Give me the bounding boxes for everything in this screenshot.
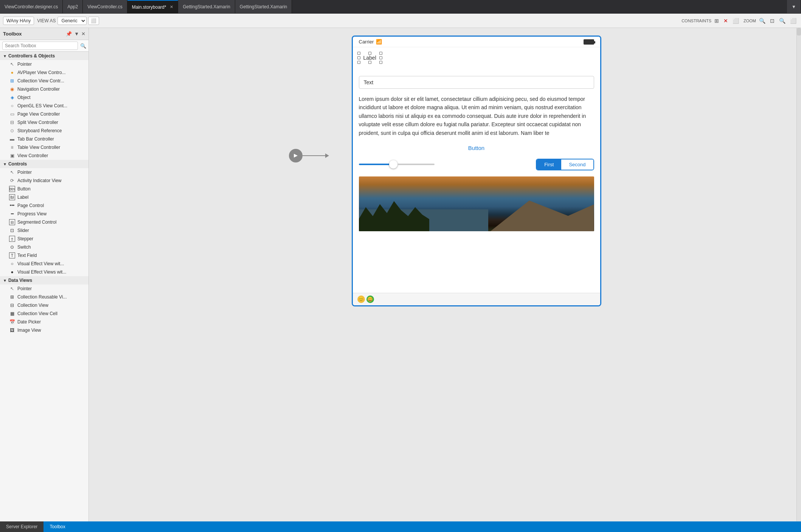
toolbox-item-date-picker[interactable]: 📅 Date Picker: [0, 318, 88, 326]
toolbox-item-label[interactable]: lbl Label: [0, 193, 88, 201]
size-button[interactable]: WAny HAny: [3, 17, 34, 25]
toolbox-item-pointer1[interactable]: ↖ Pointer: [0, 60, 88, 68]
toolbox-item-activity-indicator[interactable]: ⟳ Activity Indicator View: [0, 176, 88, 185]
slider-track-left: [359, 164, 389, 165]
zoom-fit-button[interactable]: ⬜: [789, 17, 798, 25]
scrollbar-thumb-top[interactable]: [797, 28, 801, 36]
tab-label: Main.storyboard*: [132, 5, 166, 10]
storyboard-ref-icon: ⊙: [9, 128, 15, 134]
avplayer-icon: ●: [9, 70, 15, 76]
item-label: Text Field: [17, 253, 37, 258]
item-label: Pointer: [17, 286, 32, 291]
tab-viewcontroller-designer[interactable]: ViewController.designer.cs: [0, 0, 63, 13]
toolbox-item-switch[interactable]: ⊙ Switch: [0, 243, 88, 251]
tab-getting-started-1[interactable]: GettingStarted.Xamarin: [178, 0, 235, 13]
zoom-in-button[interactable]: 🔍: [778, 17, 787, 25]
toolbox-pin-icon[interactable]: 📌: [66, 31, 72, 37]
tab-main-storyboard[interactable]: Main.storyboard* ✕: [127, 0, 179, 13]
toolbox-item-text-field[interactable]: T Text Field: [0, 251, 88, 260]
item-label: Pointer: [17, 62, 32, 67]
toolbox-item-page-control[interactable]: ••• Page Control: [0, 201, 88, 210]
view-as-select[interactable]: Generic: [57, 17, 87, 25]
toolbox-item-opengl[interactable]: ○ OpenGL ES View Cont...: [0, 102, 88, 110]
tab-viewcontroller-cs[interactable]: ViewController.cs: [83, 0, 127, 13]
ios-button[interactable]: Button: [468, 145, 484, 151]
toolbox-item-page-view-controller[interactable]: ▭ Page View Controller: [0, 110, 88, 118]
collection-view-icon: ⊟: [9, 302, 15, 308]
toolbox-item-collection-reusable[interactable]: ⊞ Collection Reusable Vi...: [0, 293, 88, 301]
section-header-controllers[interactable]: ▼ Controllers & Objects: [0, 52, 88, 60]
constraints-group: CONSTRAINTS ⊞ ✕ ⬜: [681, 17, 740, 25]
tab-getting-started-2[interactable]: GettingStarted.Xamarin: [235, 0, 292, 13]
handle-br[interactable]: [379, 61, 382, 64]
toolbox-item-object[interactable]: ◈ Object: [0, 93, 88, 102]
toolbox-dropdown-icon[interactable]: ▼: [74, 31, 79, 37]
constraint-square-button[interactable]: ⬜: [731, 17, 740, 25]
bottom-green-icon: 😄: [367, 297, 373, 302]
ios-device: Carrier 📶 Label: [352, 36, 601, 306]
toolbox-item-collection-view[interactable]: ⊟ Collection View: [0, 301, 88, 309]
section-header-controls[interactable]: ▼ Controls: [0, 160, 88, 168]
zoom-reset-button[interactable]: ⊡: [768, 17, 776, 25]
toolbox-item-progress-view[interactable]: ━ Progress View: [0, 210, 88, 218]
server-explorer-tab[interactable]: Server Explorer: [0, 521, 43, 532]
canvas-area[interactable]: Carrier 📶 Label: [89, 28, 801, 521]
toolbox-item-stepper[interactable]: ± Stepper: [0, 235, 88, 243]
toolbox-item-pointer3[interactable]: ↖ Pointer: [0, 285, 88, 293]
toolbox-item-slider[interactable]: ⊡ Slider: [0, 226, 88, 235]
toolbox-item-navigation-controller[interactable]: ◉ Navigation Controller: [0, 85, 88, 93]
toolbox-item-storyboard-reference[interactable]: ⊙ Storyboard Reference: [0, 127, 88, 135]
toolbox-item-segmented-control[interactable]: ⊟ Segmented Control: [0, 218, 88, 226]
entry-arrow-icon: [292, 152, 299, 159]
toolbox-item-pointer2[interactable]: ↖ Pointer: [0, 168, 88, 176]
vertical-scrollbar[interactable]: [796, 28, 801, 521]
collection-reusable-icon: ⊞: [9, 294, 15, 300]
handle-tl[interactable]: [357, 52, 360, 55]
item-label: Page Control: [17, 203, 44, 208]
item-label: Storyboard Reference: [17, 128, 62, 133]
slider-segmented-row: First Second: [359, 159, 594, 170]
toolbox-item-collection-view-cell[interactable]: ▦ Collection View Cell: [0, 309, 88, 318]
view-ctrl-icon: ▣: [9, 153, 15, 159]
view-as-extra-button[interactable]: ⬜: [88, 17, 99, 25]
toolbox-item-image-view[interactable]: 🖼 Image View: [0, 326, 88, 334]
toolbox-item-table-view-controller[interactable]: ≡ Table View Controller: [0, 143, 88, 152]
search-input[interactable]: [2, 42, 78, 50]
handle-mr[interactable]: [379, 56, 382, 59]
entry-arrow: [303, 153, 329, 158]
toolbox-item-visual-effect-wit2[interactable]: ● Visual Effect Views wit...: [0, 268, 88, 276]
handle-bl[interactable]: [357, 61, 360, 64]
toolbox-item-view-controller[interactable]: ▣ View Controller: [0, 152, 88, 160]
tab-close-button[interactable]: ✕: [170, 5, 173, 9]
switch-icon: ⊙: [9, 244, 15, 250]
toolbox-tab[interactable]: Toolbox: [43, 521, 71, 532]
tab-app2[interactable]: App2: [63, 0, 83, 13]
toolbox-item-split-view-controller[interactable]: ⊟ Split View Controller: [0, 118, 88, 127]
handle-tr[interactable]: [379, 52, 382, 55]
section-header-data-views[interactable]: ▼ Data Views: [0, 276, 88, 285]
toolbox-item-avplayer[interactable]: ● AVPlayer View Contro...: [0, 68, 88, 77]
entry-circle: [289, 149, 303, 162]
toolbox-item-button[interactable]: btn Button: [0, 185, 88, 193]
handle-ml[interactable]: [357, 56, 360, 59]
handle-bm[interactable]: [368, 61, 371, 64]
toolbox-item-tab-bar-controller[interactable]: ▬ Tab Bar Controller: [0, 135, 88, 143]
page-view-icon: ▭: [9, 111, 15, 117]
remove-constraint-button[interactable]: ✕: [722, 17, 730, 25]
handle-tm[interactable]: [368, 52, 371, 55]
zoom-out-button[interactable]: 🔍: [758, 17, 767, 25]
toolbox-item-collection-view-ctrl[interactable]: ⊞ Collection View Contr...: [0, 77, 88, 85]
text-field-widget[interactable]: Text: [359, 76, 594, 89]
pointer3-icon: ↖: [9, 286, 15, 292]
toolbox-item-visual-effect-wit1[interactable]: ○ Visual Effect View wit...: [0, 260, 88, 268]
carrier-label: Carrier: [359, 39, 374, 45]
tab-dropdown[interactable]: ▼: [787, 0, 801, 13]
add-constraint-button[interactable]: ⊞: [713, 17, 720, 25]
segmented-second-button[interactable]: Second: [561, 159, 593, 170]
text-field-icon: T: [9, 252, 15, 258]
item-label: Button: [17, 186, 31, 192]
label-widget[interactable]: Label: [359, 53, 381, 62]
segmented-first-button[interactable]: First: [537, 159, 561, 170]
toolbox-close-icon[interactable]: ✕: [81, 31, 85, 37]
slider-thumb[interactable]: [389, 160, 397, 169]
